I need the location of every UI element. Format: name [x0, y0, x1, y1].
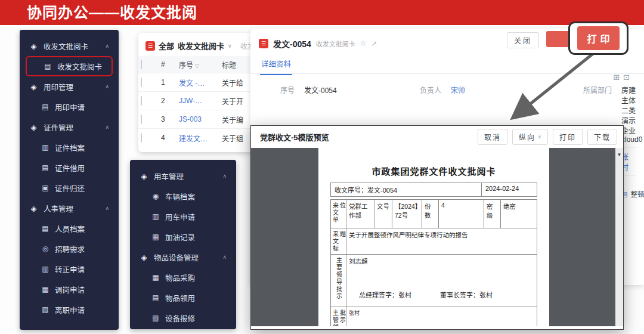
- field-label: 序号: [259, 81, 297, 98]
- sidebar-item-zhuanzheng-shenqing[interactable]: ▥ 转正申请: [24, 259, 114, 279]
- layers-icon: ◈: [29, 204, 38, 213]
- document-icon: ☰: [145, 41, 155, 51]
- row-checkbox[interactable]: [141, 78, 142, 87]
- modal-title: 党群收文-5模版预览: [260, 131, 329, 143]
- tab-detail-info[interactable]: 详细资料: [260, 55, 292, 75]
- sidebar-item-label: 转正申请: [55, 264, 85, 275]
- close-button[interactable]: 关闭: [507, 32, 539, 48]
- sidebar-item-shebei-baoxiu[interactable]: ▧ 设备报修: [135, 308, 231, 328]
- doc-secrecy: 绝密: [500, 200, 537, 228]
- modal-print-button[interactable]: 打印: [553, 129, 583, 145]
- print-callout: 打印: [568, 21, 628, 55]
- record-list-panel: ☰ 全部 收发文批阅卡 ∨ 收发文 # 序号▽ 标题 1 发文 -… 关于给 2…: [138, 33, 255, 152]
- doc-copies: 4: [438, 200, 484, 228]
- attachment-file[interactable]: ▤ 整顿作风严明纪律专... ↓: [621, 189, 644, 199]
- layers-icon: ◈: [140, 253, 148, 262]
- sidebar-main: ◈ 收发文批阅卡 ∧ ▤ 收发文批阅卡 ◈ 用印管理 ∧ ▤ 用印申请 ◈ 证件…: [20, 30, 119, 330]
- field-value-owner[interactable]: 宋帅: [444, 81, 563, 98]
- orientation-select[interactable]: 纵向∨: [512, 129, 548, 145]
- collapse-caret-icon: ∧: [105, 43, 109, 49]
- id-card-icon: ▥: [151, 212, 160, 221]
- sidebar-item-yongche-shenqing[interactable]: ▥ 用车申请: [135, 206, 231, 227]
- field-label: 负责人: [404, 81, 444, 98]
- table-row[interactable]: 4 建发文… 关于组: [138, 129, 255, 147]
- sidebar-group-renshi[interactable]: ◈ 人事管理 ∧: [24, 198, 114, 218]
- sidebar-group-label: 人事管理: [44, 203, 73, 214]
- table-row[interactable]: 3 JS-003 关于编: [138, 110, 255, 129]
- sidebar-item-diaogang-shenqing[interactable]: ▦ 调岗申请: [24, 279, 114, 299]
- open-external-icon[interactable]: ↗: [371, 39, 377, 48]
- sidebar-item-label: 证件归还: [55, 183, 85, 194]
- sidebar-item-cheliang-dangan[interactable]: ◉ 车辆档案: [135, 186, 231, 206]
- view-switcher[interactable]: ⊞⊡: [613, 73, 633, 82]
- row-checkbox[interactable]: [141, 96, 142, 106]
- field-value-serial: 发文-0054: [297, 81, 404, 98]
- record-link[interactable]: 发文 -…: [177, 73, 219, 92]
- sidebar-item-shoufawen-card[interactable]: ▤ 收发文批阅卡: [26, 56, 113, 76]
- clipboard-icon: ▤: [41, 103, 49, 111]
- sidebar-item-label: 人员档案: [55, 223, 85, 234]
- document-page: 市政集团党群文件收文批阅卡 收文序号：发文-0054 2024-02-24 来文…: [318, 148, 549, 326]
- doc-source-unit: 党群工作部: [346, 200, 374, 228]
- sidebar-item-renyuan-dangan[interactable]: ▤ 人员档案: [24, 218, 114, 239]
- table-row[interactable]: 2 JJW-… 关于开: [138, 92, 255, 110]
- sidebar-item-lizhi-shenqing[interactable]: ▧ 离职申请: [24, 299, 114, 320]
- doc-chairman-signature: 董事长签字：张村: [440, 290, 493, 299]
- collapse-caret-icon: ∧: [105, 84, 109, 89]
- row-checkbox[interactable]: [141, 133, 142, 143]
- chevron-down-icon: ∨: [538, 134, 541, 140]
- sidebar-group-shoufawen[interactable]: ◈ 收发文批阅卡 ∧: [24, 36, 114, 56]
- table-row[interactable]: 1 发文 -… 关于给: [138, 73, 255, 92]
- sidebar-item-wupin-caigou[interactable]: ▦ 物品采购: [135, 267, 231, 287]
- sidebar-item-label: 招聘需求: [55, 243, 85, 255]
- grid-icon: ▦: [151, 233, 160, 241]
- sidebar-group-wupin-shebei[interactable]: ◈ 物品设备管理 ∧: [135, 247, 231, 267]
- grid-view-icon: ⊞: [613, 73, 623, 82]
- sidebar-item-label: 车辆档案: [165, 191, 195, 202]
- modal-header: 党群收文-5模版预览 取消 纵向∨ 打印 下载: [251, 126, 623, 149]
- sidebar-item-zhengjian-dangan[interactable]: ▥ 证件档案: [24, 137, 114, 157]
- star-icon[interactable]: ☆: [360, 39, 367, 48]
- doc-label-supervisor-comments: 主管领导批示: [331, 307, 346, 326]
- doc-label-docno: 文号: [374, 200, 392, 228]
- sidebar-item-jiayou-jilu[interactable]: ▦ 加油记录: [135, 227, 231, 247]
- print-button[interactable]: 打印: [577, 26, 619, 50]
- doc-label-secrecy: 密级: [484, 200, 500, 228]
- doc-label-leader-comments: 主要领导批示: [331, 255, 346, 307]
- sidebar-group-zhengjian[interactable]: ◈ 证件管理 ∧: [24, 117, 114, 137]
- sidebar-item-zhengjian-guihuan[interactable]: ▣ 证件归还: [24, 178, 114, 198]
- doc-date: 2024-02-24: [481, 183, 537, 196]
- sidebar-item-wupin-lingyong[interactable]: ▤ 物品领用: [135, 287, 231, 308]
- list-panel-header: ☰ 全部 收发文批阅卡 ∨ 收发文: [138, 33, 255, 56]
- shade-icon: ▧: [151, 314, 160, 322]
- detail-tabs: 详细资料: [250, 55, 644, 74]
- doc-label-source-unit: 来文单位: [331, 200, 346, 228]
- sidebar-item-yongyin-shenqing[interactable]: ▤ 用印申请: [24, 97, 114, 117]
- record-link[interactable]: JS-003: [177, 110, 219, 129]
- sidebar-item-zhengjian-jieyong[interactable]: ▤ 证件借用: [24, 157, 114, 178]
- sidebar-group-yongyin[interactable]: ◈ 用印管理 ∧: [24, 76, 114, 97]
- modal-download-button[interactable]: 下载: [587, 129, 617, 145]
- sidebar-item-label: 收发文批阅卡: [57, 61, 102, 72]
- select-all-checkbox[interactable]: [141, 60, 142, 69]
- sidebar-item-zhaopin-xuqiu[interactable]: ◎ 招聘需求: [24, 239, 114, 259]
- cancel-button[interactable]: 取消: [478, 129, 507, 145]
- record-link[interactable]: JJW-…: [177, 92, 219, 110]
- record-link[interactable]: 建发文…: [177, 129, 219, 147]
- collapse-caret-icon: ∧: [105, 124, 109, 130]
- list-scope-label[interactable]: 全部: [159, 40, 174, 51]
- attachment-name[interactable]: 整顿作风严明纪律专...: [630, 189, 644, 199]
- id-card-icon: ▥: [41, 143, 49, 151]
- list-title[interactable]: 收发文批阅卡: [178, 40, 224, 51]
- doc-label-copies: 份数: [422, 200, 438, 228]
- chevron-down-icon[interactable]: ∨: [228, 43, 232, 49]
- preview-scrollbar[interactable]: ▾: [615, 148, 623, 326]
- sidebar-item-label: 离职申请: [55, 304, 85, 316]
- col-serial[interactable]: 序号▽: [177, 56, 219, 73]
- doc-serial: 收文序号：发文-0054: [331, 183, 481, 196]
- doc-label-incoming-title: 来文标题: [331, 228, 346, 254]
- sidebar-group-yongche[interactable]: ◈ 用车管理 ∧: [135, 166, 231, 186]
- target-icon: ◎: [41, 245, 49, 253]
- row-checkbox[interactable]: [141, 115, 142, 124]
- sidebar-item-label: 调岗申请: [55, 284, 85, 295]
